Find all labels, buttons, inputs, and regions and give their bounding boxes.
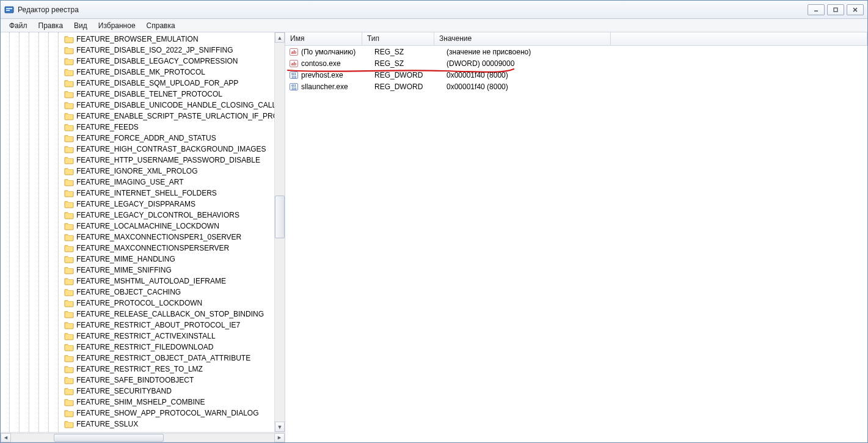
- scroll-track-vertical[interactable]: [275, 43, 285, 422]
- folder-icon: [64, 112, 74, 120]
- tree-item[interactable]: FEATURE_HTTP_USERNAME_PASSWORD_DISABLE: [1, 155, 285, 166]
- menu-edit[interactable]: Правка: [34, 20, 68, 31]
- value-name: (По умолчанию): [301, 48, 374, 56]
- svg-rect-1: [6, 8, 12, 9]
- values-list[interactable]: ab (По умолчанию)REG_SZ(значение не прис…: [285, 46, 867, 442]
- value-type: REG_SZ: [374, 48, 447, 56]
- minimize-button[interactable]: [808, 4, 825, 15]
- tree-item-label: FEATURE_LOCALMACHINE_LOCKDOWN: [76, 222, 219, 230]
- string-value-icon: ab: [289, 59, 299, 68]
- svg-rect-4: [834, 8, 837, 12]
- tree-item-label: FEATURE_DISABLE_LEGACY_COMPRESSION: [76, 57, 238, 65]
- tree-item[interactable]: FEATURE_DISABLE_UNICODE_HANDLE_CLOSING_C…: [1, 100, 285, 111]
- tree-item[interactable]: FEATURE_MIME_HANDLING: [1, 254, 285, 265]
- folder-icon: [64, 79, 74, 87]
- tree-item[interactable]: FEATURE_FEEDS: [1, 122, 285, 133]
- tree-item[interactable]: FEATURE_SHOW_APP_PROTOCOL_WARN_DIALOG: [1, 408, 285, 419]
- tree-item[interactable]: FEATURE_IMAGING_USE_ART: [1, 177, 285, 188]
- close-button[interactable]: [847, 4, 864, 15]
- svg-text:ab: ab: [291, 61, 297, 67]
- tree-item[interactable]: FEATURE_BROWSER_EMULATION: [1, 34, 285, 45]
- folder-icon: [64, 101, 74, 109]
- tree-item-label: FEATURE_DISABLE_SQM_UPLOAD_FOR_APP: [76, 79, 238, 87]
- tree-item-label: FEATURE_PROTOCOL_LOCKDOWN: [76, 299, 202, 307]
- folder-icon: [64, 200, 74, 208]
- tree-item[interactable]: FEATURE_MAXCONNECTIONSPERSERVER: [1, 243, 285, 254]
- tree-item[interactable]: FEATURE_DISABLE_SQM_UPLOAD_FOR_APP: [1, 78, 285, 89]
- column-header-type[interactable]: Тип: [362, 32, 434, 45]
- scroll-right-button[interactable]: ►: [274, 433, 285, 442]
- folder-icon: [64, 387, 74, 395]
- tree-item[interactable]: FEATURE_SSLUX: [1, 419, 285, 430]
- tree-item[interactable]: FEATURE_SUBDOWNLOAD_LOCKDOWN: [1, 430, 285, 432]
- tree-item[interactable]: FEATURE_SECURITYBAND: [1, 386, 285, 397]
- value-row[interactable]: 011 110 sllauncher.exeREG_DWORD0x00001f4…: [285, 81, 867, 92]
- menu-file[interactable]: Файл: [4, 20, 32, 31]
- tree-item[interactable]: FEATURE_DISABLE_MK_PROTOCOL: [1, 67, 285, 78]
- window-buttons: [808, 4, 864, 15]
- menu-favorites[interactable]: Избранное: [93, 20, 140, 31]
- scroll-thumb-horizontal[interactable]: [54, 434, 164, 442]
- tree-item[interactable]: FEATURE_FORCE_ADDR_AND_STATUS: [1, 133, 285, 144]
- column-header-spare[interactable]: [611, 32, 867, 45]
- svg-text:110: 110: [291, 87, 296, 90]
- tree-item[interactable]: FEATURE_RESTRICT_ABOUT_PROTOCOL_IE7: [1, 320, 285, 331]
- scroll-left-button[interactable]: ◄: [1, 433, 11, 442]
- tree-scroll-area[interactable]: FEATURE_BROWSER_EMULATION FEATURE_DISABL…: [1, 32, 285, 432]
- tree-item[interactable]: FEATURE_RESTRICT_ACTIVEXINSTALL: [1, 331, 285, 342]
- tree-item[interactable]: FEATURE_PROTOCOL_LOCKDOWN: [1, 298, 285, 309]
- scroll-up-button[interactable]: ▲: [275, 32, 285, 43]
- tree-item-label: FEATURE_INTERNET_SHELL_FOLDERS: [76, 189, 217, 197]
- tree-item[interactable]: FEATURE_SHIM_MSHELP_COMBINE: [1, 397, 285, 408]
- tree-item-label: FEATURE_FEEDS: [76, 123, 139, 131]
- tree-vertical-scrollbar[interactable]: ▲ ▼: [274, 32, 285, 432]
- tree-item[interactable]: FEATURE_MIME_SNIFFING: [1, 265, 285, 276]
- tree-item[interactable]: FEATURE_RESTRICT_RES_TO_LMZ: [1, 364, 285, 375]
- menu-view[interactable]: Вид: [69, 20, 92, 31]
- tree-item[interactable]: FEATURE_MAXCONNECTIONSPER1_0SERVER: [1, 232, 285, 243]
- tree-item[interactable]: FEATURE_MSHTML_AUTOLOAD_IEFRAME: [1, 276, 285, 287]
- value-row[interactable]: ab (По умолчанию)REG_SZ(значение не прис…: [285, 46, 867, 57]
- tree-item[interactable]: FEATURE_LOCALMACHINE_LOCKDOWN: [1, 221, 285, 232]
- folder-icon: [64, 332, 74, 340]
- tree-item[interactable]: FEATURE_DISABLE_ISO_2022_JP_SNIFFING: [1, 45, 285, 56]
- tree-item[interactable]: FEATURE_IGNORE_XML_PROLOG: [1, 166, 285, 177]
- tree-item[interactable]: FEATURE_INTERNET_SHELL_FOLDERS: [1, 188, 285, 199]
- tree-item-label: FEATURE_DISABLE_MK_PROTOCOL: [76, 68, 205, 76]
- menu-help[interactable]: Справка: [142, 20, 180, 31]
- tree-item[interactable]: FEATURE_SAFE_BINDTOOBJECT: [1, 375, 285, 386]
- tree-item-label: FEATURE_ENABLE_SCRIPT_PASTE_URLACTION_IF…: [76, 112, 285, 120]
- svg-text:ab: ab: [291, 49, 297, 55]
- menubar: Файл Правка Вид Избранное Справка: [1, 19, 867, 32]
- tree-horizontal-scrollbar[interactable]: ◄ ►: [1, 432, 285, 442]
- tree-item-label: FEATURE_DISABLE_ISO_2022_JP_SNIFFING: [76, 46, 233, 54]
- folder-icon: [64, 321, 74, 329]
- tree-item-label: FEATURE_RESTRICT_ABOUT_PROTOCOL_IE7: [76, 321, 240, 329]
- tree-item[interactable]: FEATURE_DISABLE_LEGACY_COMPRESSION: [1, 56, 285, 67]
- tree-item[interactable]: FEATURE_RESTRICT_FILEDOWNLOAD: [1, 342, 285, 353]
- tree-item[interactable]: FEATURE_DISABLE_TELNET_PROTOCOL: [1, 89, 285, 100]
- tree-item[interactable]: FEATURE_OBJECT_CACHING: [1, 287, 285, 298]
- tree-item[interactable]: FEATURE_LEGACY_DISPPARAMS: [1, 199, 285, 210]
- tree-item-label: FEATURE_IGNORE_XML_PROLOG: [76, 167, 198, 175]
- tree-item[interactable]: FEATURE_RESTRICT_OBJECT_DATA_ATTRIBUTE: [1, 353, 285, 364]
- scroll-track-horizontal[interactable]: [11, 433, 274, 442]
- tree-item-label: FEATURE_HTTP_USERNAME_PASSWORD_DISABLE: [76, 156, 260, 164]
- folder-icon: [64, 46, 74, 54]
- values-header: Имя Тип Значение: [285, 32, 867, 46]
- value-row[interactable]: 011 110 prevhost.exeREG_DWORD0x00001f40 …: [285, 69, 867, 81]
- folder-icon: [64, 233, 74, 241]
- tree-item[interactable]: FEATURE_RELEASE_CALLBACK_ON_STOP_BINDING: [1, 309, 285, 320]
- maximize-button[interactable]: [827, 4, 844, 15]
- folder-icon: [64, 211, 74, 219]
- scroll-thumb-vertical[interactable]: [275, 196, 285, 238]
- value-data: 0x00001f40 (8000): [447, 82, 867, 91]
- scroll-down-button[interactable]: ▼: [275, 422, 285, 432]
- value-row[interactable]: ab contoso.exeREG_SZ(DWORD) 00009000: [285, 57, 867, 69]
- tree-item[interactable]: FEATURE_ENABLE_SCRIPT_PASTE_URLACTION_IF…: [1, 111, 285, 122]
- folder-icon: [64, 189, 74, 197]
- column-header-value[interactable]: Значение: [434, 32, 611, 45]
- column-header-name[interactable]: Имя: [285, 32, 362, 45]
- tree-item[interactable]: FEATURE_HIGH_CONTRAST_BACKGROUND_IMAGES: [1, 144, 285, 155]
- tree-item[interactable]: FEATURE_LEGACY_DLCONTROL_BEHAVIORS: [1, 210, 285, 221]
